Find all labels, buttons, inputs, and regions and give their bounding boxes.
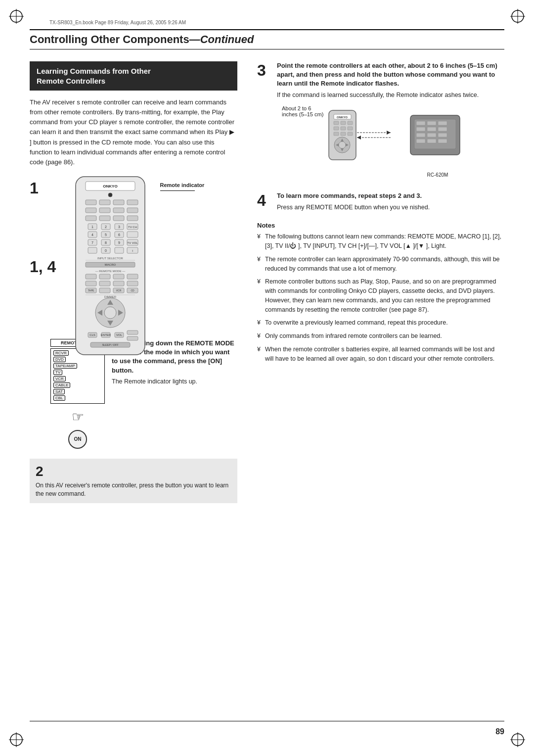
svg-rect-68: [113, 281, 124, 286]
svg-text:8: 8: [105, 241, 107, 244]
step-label-14: 1, 4: [30, 258, 56, 276]
svg-point-108: [339, 142, 346, 148]
step3-content: Point the remote controllers at each oth…: [277, 61, 504, 182]
svg-rect-65: [127, 274, 138, 279]
svg-rect-62: [86, 274, 96, 279]
svg-rect-67: [99, 281, 110, 286]
svg-text:VOL: VOL: [116, 333, 123, 336]
svg-rect-18: [113, 200, 124, 205]
svg-text:6: 6: [118, 233, 120, 236]
remotes-pointing-illustration: About 2 to 6 inches (5–15 cm) ONKYO: [282, 105, 504, 178]
svg-rect-69: [127, 281, 138, 286]
svg-rect-122: [416, 127, 425, 131]
section-header-box: Learning Commands from Other Remote Cont…: [30, 61, 237, 91]
note-item-2: The remote controller can learn approxim…: [257, 255, 504, 274]
corner-mark-tr: [510, 9, 525, 24]
svg-rect-99: [341, 121, 346, 125]
svg-text:VCR: VCR: [116, 289, 122, 292]
svg-rect-26: [113, 216, 124, 221]
rm-item-sat: SAT: [53, 389, 102, 394]
note-item-4: To overwrite a previously learned comman…: [257, 318, 504, 328]
svg-text:2: 2: [105, 225, 107, 229]
svg-rect-129: [427, 139, 436, 143]
svg-rect-105: [341, 132, 346, 136]
svg-text:4: 4: [91, 233, 93, 236]
svg-rect-92: [127, 336, 138, 340]
page-container: TX-SR803_En.book Page 89 Friday, August …: [0, 0, 534, 756]
step2-box: 2 On this AV receiver's remote controlle…: [30, 459, 237, 503]
rm-item-tv: TV: [53, 370, 102, 375]
svg-text:1: 1: [91, 225, 93, 229]
rm-item-tape: TAPE/AMP: [53, 363, 102, 369]
svg-rect-24: [86, 216, 96, 221]
remote-indicator-label: Remote indicator: [160, 182, 205, 191]
svg-point-80: [104, 307, 116, 319]
step-label-1: 1: [30, 179, 56, 197]
svg-rect-119: [416, 121, 425, 125]
svg-rect-102: [341, 127, 346, 130]
svg-text:9: 9: [118, 241, 120, 244]
step1-body: The Remote indicator lights up.: [112, 378, 237, 385]
main-content: Learning Commands from Other Remote Cont…: [30, 61, 504, 513]
page-number: 89: [495, 727, 504, 736]
svg-rect-51: [88, 247, 97, 253]
rc-label: RC-620M: [371, 172, 504, 178]
step4-section: 4 To learn more commands, repeat steps 2…: [257, 191, 504, 212]
svg-rect-100: [348, 121, 353, 125]
svg-rect-103: [348, 127, 353, 130]
step4-body: Press any REMOTE MODE button when you ve…: [277, 203, 504, 212]
svg-rect-63: [99, 274, 110, 279]
svg-point-15: [108, 193, 112, 197]
svg-rect-98: [334, 121, 339, 125]
note-item-3: Remote controller buttons such as Play, …: [257, 277, 504, 314]
svg-text:— REMOTE MODE —: — REMOTE MODE —: [95, 270, 126, 273]
svg-rect-126: [427, 133, 436, 137]
distance-label: About 2 to 6 inches (5–15 cm): [282, 105, 323, 117]
note-item-1: The following buttons cannot learn new c…: [257, 232, 504, 251]
step3-title: Point the remote controllers at each oth…: [277, 61, 504, 89]
svg-text:7: 7: [91, 241, 93, 244]
intro-text: The AV receiver s remote controller can …: [30, 97, 237, 167]
svg-text:SLEEP / OFF: SLEEP / OFF: [102, 343, 119, 346]
svg-rect-104: [334, 132, 339, 136]
note-item-6: When the remote controller s batteries e…: [257, 345, 504, 364]
svg-text:TV CH: TV CH: [128, 226, 137, 229]
svg-text:INPUT SELECTOR: INPUT SELECTOR: [97, 257, 123, 260]
svg-rect-54: [115, 247, 124, 253]
notes-list: The following buttons cannot learn new c…: [257, 232, 504, 363]
svg-text:MACRO: MACRO: [105, 263, 116, 266]
svg-rect-91: [127, 331, 138, 334]
svg-marker-114: [387, 131, 391, 135]
step2-number: 2: [36, 464, 231, 479]
svg-text:ENTER: ENTER: [101, 333, 111, 336]
svg-rect-130: [438, 139, 447, 143]
remotes-pointing-svg: ONKYO: [326, 105, 465, 170]
corner-mark-br: [510, 732, 525, 747]
step4-content: To learn more commands, repeat steps 2 a…: [277, 191, 504, 212]
page-title: Controlling Other Components—Continued: [30, 33, 504, 46]
note-item-5: Only commands from infrared remote contr…: [257, 331, 504, 341]
notes-section: Notes The following buttons cannot learn…: [257, 222, 504, 363]
svg-rect-120: [427, 121, 436, 125]
remote-svg: ONKYO: [61, 174, 160, 357]
svg-rect-19: [127, 200, 138, 205]
svg-rect-20: [86, 208, 96, 213]
bottom-rule: [30, 721, 504, 721]
step2-title: On this AV receiver's remote controller,…: [36, 481, 231, 498]
svg-rect-42: [127, 232, 138, 237]
svg-rect-125: [416, 133, 425, 137]
svg-rect-22: [113, 208, 124, 213]
step3-section: 3 Point the remote controllers at each o…: [257, 61, 504, 182]
step4-title: To learn more commands, repeat steps 2 a…: [277, 191, 504, 200]
rm-item-vcr: VCR: [53, 376, 102, 381]
svg-rect-106: [348, 132, 353, 136]
svg-text:5: 5: [105, 233, 107, 236]
hand-pointing-icon: ☞: [72, 409, 84, 425]
svg-text:TAPE: TAPE: [88, 289, 94, 292]
svg-text:ONKYO: ONKYO: [337, 116, 348, 119]
svg-text:CD: CD: [131, 289, 135, 292]
notes-title: Notes: [257, 222, 504, 229]
svg-text:0: 0: [105, 249, 107, 252]
rm-item-cbl: CBL: [53, 395, 102, 401]
corner-mark-bl: [9, 732, 24, 747]
